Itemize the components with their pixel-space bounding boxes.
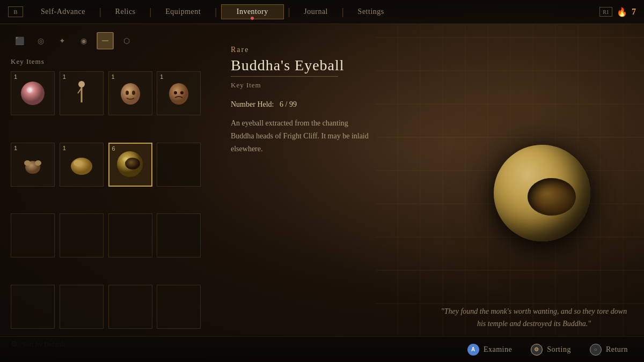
- svg-point-10: [174, 91, 177, 94]
- svg-point-8: [132, 91, 135, 95]
- category-weapons-bar[interactable]: [97, 32, 114, 49]
- svg-point-20: [122, 157, 128, 161]
- weapons-bar-visual: [97, 32, 113, 49]
- inv-cell-10[interactable]: [108, 213, 152, 257]
- item-name: Buddha's Eyeball: [231, 57, 623, 74]
- inv-cell-0[interactable]: 1: [11, 71, 55, 115]
- item-description: An eyeball extracted from the chanting B…: [231, 117, 370, 155]
- item-visual-3: [164, 79, 194, 108]
- item-count-0: 1: [14, 73, 17, 80]
- inv-cell-6[interactable]: 6: [108, 143, 152, 187]
- held-current: 6: [280, 100, 283, 108]
- nav-sep-5: |: [342, 6, 344, 18]
- svg-point-6: [121, 83, 140, 105]
- return-action[interactable]: ○ Return: [590, 344, 628, 356]
- nav-self-advance[interactable]: Self-Advance: [31, 4, 95, 19]
- category-key-items[interactable]: ⬛: [11, 32, 28, 49]
- item-type: Key Item: [231, 81, 623, 90]
- item-visual-2: [115, 79, 145, 108]
- top-navigation: B Self-Advance | Relics | Equipment | In…: [0, 0, 644, 24]
- sorting-button-icon: ⚙: [531, 344, 543, 356]
- inv-cell-7[interactable]: [157, 143, 201, 187]
- item-count-1: 1: [63, 73, 66, 80]
- svg-point-9: [169, 83, 188, 105]
- inv-cell-11[interactable]: [157, 213, 201, 257]
- nav-items-container: Self-Advance | Relics | Equipment | Inve…: [31, 4, 599, 19]
- item-count-3: 1: [160, 73, 163, 80]
- inv-cell-8[interactable]: [11, 213, 55, 257]
- nav-settings[interactable]: Settings: [348, 4, 394, 19]
- item-count-5: 1: [63, 145, 66, 151]
- category-icons: ⬛ ◎ ✦ ◉ ⬡: [11, 32, 204, 49]
- nav-sep-2: |: [150, 6, 152, 18]
- item-name-underline: [231, 76, 338, 77]
- nav-sep-1: |: [99, 6, 101, 18]
- inv-cell-5[interactable]: 1: [60, 143, 104, 187]
- svg-point-14: [35, 160, 41, 166]
- bar-line: [102, 40, 108, 41]
- svg-point-17: [74, 160, 82, 166]
- item-visual-6: [115, 150, 145, 179]
- category-plants[interactable]: ✦: [54, 32, 71, 49]
- svg-point-2: [27, 87, 32, 93]
- held-label: Number Held:: [231, 100, 274, 108]
- nav-corner-left: B: [8, 6, 23, 17]
- sorting-action[interactable]: ⚙ Sorting: [531, 344, 571, 356]
- inv-cell-4[interactable]: 1: [11, 143, 55, 187]
- item-visual-0: [18, 79, 48, 108]
- examine-label: Examine: [484, 345, 512, 354]
- item-rarity: Rare: [231, 46, 623, 54]
- held-separator: /: [285, 100, 289, 108]
- inv-cell-15[interactable]: [157, 285, 201, 329]
- svg-point-4: [78, 81, 85, 87]
- inv-cell-9[interactable]: [60, 213, 104, 257]
- nav-right-section: R1 🔥 7: [599, 7, 636, 17]
- eyeball-model: [494, 145, 590, 241]
- category-materials[interactable]: ◎: [32, 32, 49, 49]
- examine-button-icon: A: [467, 344, 479, 356]
- item-count-4: 1: [14, 145, 17, 151]
- nav-journal[interactable]: Journal: [294, 4, 338, 19]
- nav-equipment[interactable]: Equipment: [156, 4, 210, 19]
- category-orbs[interactable]: ◉: [75, 32, 92, 49]
- item-visual-4: [18, 150, 48, 179]
- left-panel: ⬛ ◎ ✦ ◉ ⬡ Key Items 1: [0, 24, 215, 362]
- main-content: ⬛ ◎ ✦ ◉ ⬡ Key Items 1: [0, 24, 644, 362]
- inv-cell-1[interactable]: 1: [60, 71, 104, 115]
- spirit-flame-icon: 🔥: [617, 7, 627, 17]
- category-misc[interactable]: ⬡: [118, 32, 135, 49]
- item-3d-display: [483, 134, 601, 252]
- item-visual-1: [67, 79, 96, 108]
- inv-cell-13[interactable]: [60, 285, 104, 329]
- nav-relics[interactable]: Relics: [106, 4, 145, 19]
- bottom-action-bar: A Examine ⚙ Sorting ○ Return: [0, 336, 644, 362]
- nav-sep-3: |: [215, 6, 217, 18]
- nav-sep-4: |: [288, 6, 290, 18]
- right-panel: Rare Buddha's Eyeball Key Item Number He…: [215, 24, 644, 362]
- held-max: 99: [289, 100, 297, 108]
- item-count-6: 6: [112, 145, 115, 152]
- svg-point-7: [126, 91, 129, 95]
- svg-point-11: [180, 91, 184, 94]
- return-button-icon: ○: [590, 344, 602, 356]
- svg-point-1: [21, 82, 45, 105]
- inv-cell-2[interactable]: 1: [108, 71, 152, 115]
- nav-inventory[interactable]: Inventory: [221, 4, 284, 19]
- inv-cell-12[interactable]: [11, 285, 55, 329]
- inv-cell-14[interactable]: [108, 285, 152, 329]
- item-held: Number Held: 6 / 99: [231, 100, 623, 109]
- inventory-grid: 1: [11, 71, 204, 354]
- return-label: Return: [606, 345, 628, 354]
- eyeball-socket: [528, 178, 576, 216]
- spirit-count: 7: [632, 7, 636, 17]
- svg-point-16: [71, 158, 92, 175]
- item-quote: "They found the monk's worth wanting, an…: [440, 306, 628, 330]
- svg-point-13: [24, 160, 31, 166]
- item-visual-5: [67, 150, 96, 179]
- sorting-label: Sorting: [547, 345, 571, 354]
- section-label: Key Items: [11, 57, 204, 66]
- inv-cell-3[interactable]: 1: [157, 71, 201, 115]
- examine-action[interactable]: A Examine: [467, 344, 512, 356]
- nav-corner-right-icon: R1: [599, 7, 612, 17]
- item-count-2: 1: [112, 73, 115, 80]
